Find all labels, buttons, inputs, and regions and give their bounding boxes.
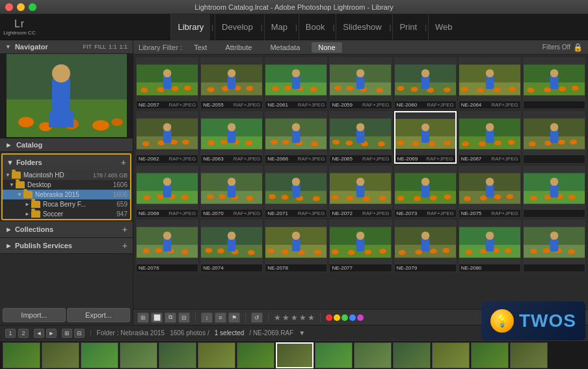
filter-tab-metadata[interactable]: Metadata [263, 42, 306, 53]
filmstrip-thumb[interactable] [237, 342, 274, 368]
photo-cell[interactable]: NE-2065RAF+JPEG [329, 111, 392, 164]
color-yellow[interactable] [334, 314, 340, 321]
loupe-view-button[interactable]: ⬜ [151, 312, 163, 323]
color-red[interactable] [326, 314, 332, 321]
sort-button[interactable]: ↕ [201, 312, 213, 323]
filter-tab-attribute[interactable]: Attribute [219, 42, 258, 53]
photo-cell[interactable]: NE-2072RAF+JPEG [329, 166, 392, 218]
publish-header[interactable]: ► Publish Services + [0, 238, 133, 253]
photo-cell[interactable]: NE-2061RAF+JPEG [265, 57, 327, 109]
fit-control-fit[interactable]: FIT [83, 44, 92, 50]
photo-cell[interactable]: NE-2069RAF+JPEG [394, 111, 457, 164]
flag-button[interactable]: ⚑ [228, 312, 240, 323]
filmstrip-thumb[interactable] [3, 342, 40, 368]
photo-grid-container[interactable]: NE-2057RAF+JPEGNE-2055RAF+JPEGNE-2061RAF… [133, 55, 588, 309]
filmstrip-thumb[interactable] [354, 342, 392, 368]
roca-expand[interactable]: ► [25, 201, 30, 207]
fit-control-ratio[interactable]: 1:1 [119, 44, 127, 50]
collections-header[interactable]: ► Collections + [0, 222, 133, 237]
photo-cell[interactable]: NE-2064RAF+JPEG [459, 57, 521, 109]
star-5[interactable]: ★ [308, 313, 315, 322]
page-2-button[interactable]: 2 [18, 329, 29, 338]
filmstrip-thumb[interactable] [81, 342, 118, 368]
filmstrip-thumb[interactable] [393, 342, 431, 368]
close-button[interactable] [5, 3, 13, 11]
grid-layout-2[interactable]: ⊟ [74, 329, 85, 338]
export-button[interactable]: Export... [67, 308, 130, 322]
color-green[interactable] [341, 314, 348, 321]
filmstrip-thumb[interactable] [42, 342, 79, 368]
filmstrip-thumb[interactable] [276, 342, 314, 368]
filter-tab-none[interactable]: None [312, 42, 341, 53]
folders-add-button[interactable]: + [121, 157, 126, 168]
filmstrip-thumb[interactable] [315, 342, 353, 368]
photo-cell[interactable] [523, 220, 585, 272]
filmstrip-thumb[interactable] [120, 342, 157, 368]
star-4[interactable]: ★ [299, 313, 306, 322]
prev-page-button[interactable]: ◄ [34, 329, 44, 338]
photo-cell[interactable]: NE-2068RAF+JPEG [136, 166, 198, 218]
tab-develop[interactable]: Develop [215, 14, 260, 40]
tab-book[interactable]: Book [299, 14, 332, 40]
folder-soccer[interactable]: ► Soccer 947 [3, 209, 130, 219]
fit-control-1to1[interactable]: 1:1 [109, 44, 117, 50]
photo-cell[interactable]: NE-2057RAF+JPEG [136, 57, 198, 109]
survey-view-button[interactable]: ⊟ [178, 312, 190, 323]
photo-cell[interactable]: NE-2067RAF+JPEG [459, 111, 521, 164]
photo-cell[interactable]: NE-2075RAF+JPEG [459, 166, 521, 218]
soccer-expand[interactable]: ► [25, 211, 30, 217]
star-3[interactable]: ★ [291, 313, 298, 322]
color-blue[interactable] [349, 314, 356, 321]
photo-cell[interactable] [523, 57, 585, 109]
photo-cell[interactable]: NE-2063RAF+JPEG [200, 111, 263, 164]
photo-cell[interactable]: NE-2060RAF+JPEG [394, 57, 457, 109]
nebraska-expand[interactable]: ▼ [17, 192, 22, 197]
tab-library[interactable]: Library [170, 14, 210, 40]
maximize-button[interactable] [29, 3, 36, 11]
navigator-header[interactable]: ▼ Navigator FIT FILL 1:1 1:1 [0, 40, 133, 53]
photo-cell[interactable]: NE-2071RAF+JPEG [265, 166, 327, 218]
star-1[interactable]: ★ [274, 313, 281, 322]
photo-cell[interactable]: NE-2077 [329, 220, 392, 272]
folder-roca[interactable]: ► Roca Berry F... 659 [3, 199, 130, 209]
catalog-header[interactable]: ► Catalog [0, 138, 133, 151]
tab-print[interactable]: Print [392, 14, 423, 40]
photo-cell[interactable]: NE-2074 [200, 220, 263, 272]
photo-cell[interactable]: NE-2059RAF+JPEG [329, 57, 392, 109]
dropdown-arrow[interactable]: ▼ [299, 329, 305, 337]
import-button[interactable]: Import... [3, 308, 66, 322]
color-purple[interactable] [357, 314, 364, 321]
filmstrip-thumb[interactable] [432, 342, 470, 368]
folder-desktop[interactable]: ▼ Desktop 1606 [3, 180, 130, 190]
collections-add-button[interactable]: + [122, 224, 127, 235]
photo-cell[interactable]: NE-2070RAF+JPEG [200, 166, 263, 218]
photo-cell[interactable]: NE-2062RAF+JPEG [136, 111, 198, 164]
photo-cell[interactable]: NE-2076 [136, 220, 198, 272]
next-page-button[interactable]: ► [46, 329, 57, 338]
tab-slideshow[interactable]: Slideshow [336, 14, 388, 40]
folders-header[interactable]: ▼ Folders + [3, 155, 130, 170]
tab-web[interactable]: Web [428, 14, 459, 40]
grid-view-button[interactable]: ⊞ [137, 312, 149, 323]
filmstrip-thumb[interactable] [510, 342, 548, 368]
tab-map[interactable]: Map [264, 14, 294, 40]
photo-cell[interactable] [523, 166, 585, 218]
photo-cell[interactable]: NE-2080 [459, 220, 521, 272]
photo-cell[interactable]: NE-2078 [265, 220, 327, 272]
filter-tab-text[interactable]: Text [187, 42, 213, 53]
compare-view-button[interactable]: ⧉ [165, 312, 176, 323]
fit-control-fill[interactable]: FILL [94, 44, 106, 50]
filmstrip-thumb[interactable] [471, 342, 509, 368]
photo-cell[interactable]: NE-2055RAF+JPEG [200, 57, 263, 109]
publish-add-button[interactable]: + [122, 240, 127, 251]
folder-nebraska[interactable]: ▼ Nebraska 2015 1606 [3, 190, 130, 199]
photo-cell[interactable]: NE-2073RAF+JPEG [394, 166, 457, 218]
filmstrip-thumb[interactable] [198, 342, 235, 368]
grid-layout-1[interactable]: ⊞ [62, 329, 72, 338]
page-1-button[interactable]: 1 [5, 329, 16, 338]
filmstrip-thumb[interactable] [159, 342, 196, 368]
photo-cell[interactable]: NE-2066RAF+JPEG [265, 111, 327, 164]
photo-cell[interactable] [523, 111, 585, 164]
filter-button[interactable]: ≡ [215, 312, 226, 323]
hd-expand[interactable]: ▼ [5, 172, 10, 178]
